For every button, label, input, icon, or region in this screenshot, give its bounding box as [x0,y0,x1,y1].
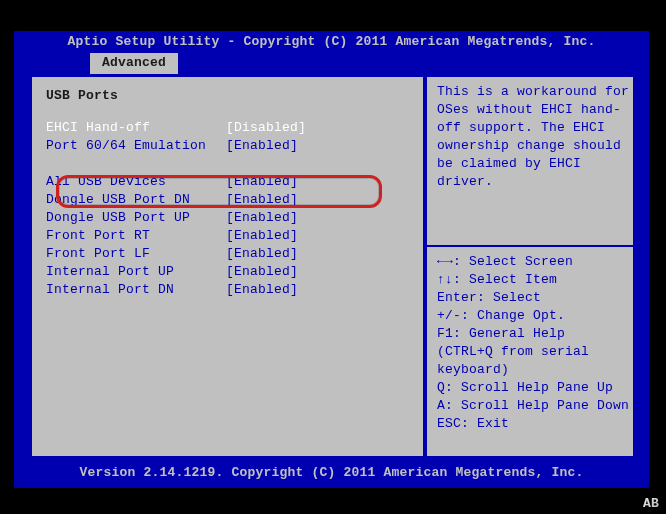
row-value: [Enabled] [226,191,409,209]
row-value: [Disabled] [226,119,409,137]
key-general-help: F1: General Help [437,325,629,343]
spacer [46,155,409,173]
corner-label: AB [639,495,663,513]
key-scroll-down: A: Scroll Help Pane Down [437,397,629,415]
row-all-usb-devices[interactable]: All USB Devices [Enabled] [46,173,409,191]
key-esc: ESC: Exit [437,415,629,433]
row-label: Dongle USB Port UP [46,209,226,227]
settings-pane[interactable]: USB Ports EHCI Hand-off [Disabled] Port … [30,75,425,458]
key-select-screen: ←→: Select Screen [437,253,629,271]
work-area: USB Ports EHCI Hand-off [Disabled] Port … [30,75,633,458]
bios-window: Aptio Setup Utility - Copyright (C) 2011… [12,29,651,490]
row-label: Front Port RT [46,227,226,245]
row-label: Port 60/64 Emulation [46,137,226,155]
key-select-item: ↑↓: Select Item [437,271,629,289]
row-value: [Enabled] [226,173,409,191]
tab-advanced[interactable]: Advanced [90,53,178,74]
key-ctrl-q-1: (CTRL+Q from serial [437,343,629,361]
row-value: [Enabled] [226,137,409,155]
key-scroll-up: Q: Scroll Help Pane Up [437,379,629,397]
help-text: This is a workaround for OSes without EH… [437,83,629,191]
key-ctrl-q-2: keyboard) [437,361,629,379]
row-value: [Enabled] [226,209,409,227]
row-value: [Enabled] [226,263,409,281]
row-dongle-usb-port-up[interactable]: Dongle USB Port UP [Enabled] [46,209,409,227]
row-label: Internal Port UP [46,263,226,281]
row-label: Internal Port DN [46,281,226,299]
key-change-opt: +/-: Change Opt. [437,307,629,325]
row-value: [Enabled] [226,245,409,263]
right-pane: This is a workaround for OSes without EH… [425,75,641,458]
key-legend-box: ←→: Select Screen ↑↓: Select Item Enter:… [425,245,641,458]
row-front-port-lf[interactable]: Front Port LF [Enabled] [46,245,409,263]
footer-version: Version 2.14.1219. Copyright (C) 2011 Am… [14,464,649,482]
tab-bar: Advanced [14,53,649,73]
row-internal-port-up[interactable]: Internal Port UP [Enabled] [46,263,409,281]
header-title: Aptio Setup Utility - Copyright (C) 2011… [14,31,649,53]
row-value: [Enabled] [226,281,409,299]
key-enter: Enter: Select [437,289,629,307]
row-internal-port-dn[interactable]: Internal Port DN [Enabled] [46,281,409,299]
row-label: Dongle USB Port DN [46,191,226,209]
row-ehci-hand-off[interactable]: EHCI Hand-off [Disabled] [46,119,409,137]
section-title: USB Ports [46,87,409,105]
help-text-box: This is a workaround for OSes without EH… [425,75,641,247]
row-port-60-64-emulation[interactable]: Port 60/64 Emulation [Enabled] [46,137,409,155]
row-value: [Enabled] [226,227,409,245]
row-label: All USB Devices [46,173,226,191]
row-front-port-rt[interactable]: Front Port RT [Enabled] [46,227,409,245]
row-label: Front Port LF [46,245,226,263]
row-dongle-usb-port-dn[interactable]: Dongle USB Port DN [Enabled] [46,191,409,209]
row-label: EHCI Hand-off [46,119,226,137]
